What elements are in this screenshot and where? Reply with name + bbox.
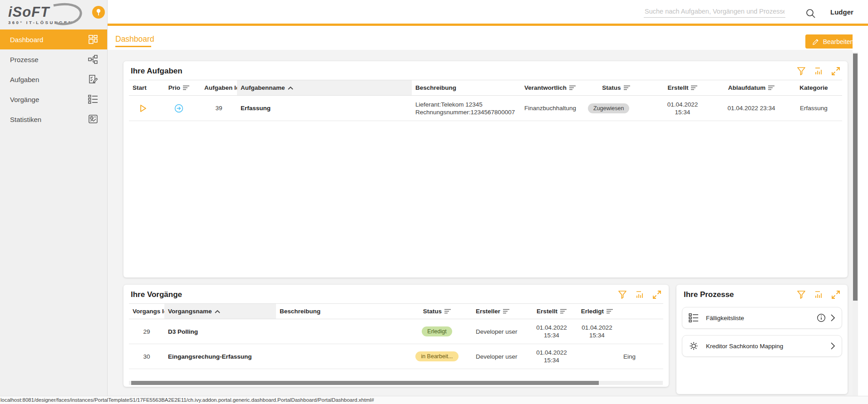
tasks-widget: Ihre Aufgaben Start Prio Aufgaben Id Auf… [123,61,848,277]
sidebar-item-vorgaenge[interactable]: Vorgänge [0,89,107,109]
case-created: 01.04.202215:34 [529,349,574,364]
col-ersteller[interactable]: Ersteller [472,308,529,315]
col-verantwortlich[interactable]: Verantwortlich [521,84,584,91]
sidebar-item-label: Dashboard [10,36,43,44]
processes-widget-title: Ihre Prozesse [684,290,734,299]
case-finished: 01.04.202215:34 [574,324,620,339]
sort-icon[interactable] [691,85,697,90]
filter-icon[interactable] [797,290,806,299]
col-prio[interactable]: Prio [157,84,201,91]
sidebar-item-statistiken[interactable]: Statistiken [0,109,107,129]
task-name: Erfassung [237,105,412,112]
sort-icon[interactable] [569,85,576,90]
case-creator: Developer user [472,353,529,360]
chart-icon[interactable] [635,290,644,299]
sidebar-nav: Dashboard Prozesse Aufgaben Vorgänge Sta… [0,29,107,129]
case-created: 01.04.202215:34 [529,324,574,339]
col-beschreibung: Beschreibung [412,84,521,91]
sort-icon[interactable] [768,85,774,90]
case-row[interactable]: 29 D3 Polling Erledigt Developer user 01… [129,319,663,344]
task-category: Erfassung [785,105,842,112]
case-status-badge: in Bearbeit... [402,351,472,361]
info-icon[interactable] [817,313,826,322]
col-status[interactable]: Status [584,84,648,91]
col-erledigt[interactable]: Erledigt [574,308,620,315]
chart-icon[interactable] [814,290,823,299]
col-vorgangs-id[interactable]: Vorgangs Id [129,308,164,315]
sidebar-item-aufgaben[interactable]: Aufgaben [0,69,107,89]
chart-icon[interactable] [814,67,823,76]
case-list-icon [88,94,98,104]
case-id: 29 [129,328,164,335]
expand-icon[interactable] [831,290,840,299]
horizontal-scrollbar-thumb[interactable] [131,381,599,385]
case-truncated-cell: Eing [620,353,656,360]
horizontal-scrollbar[interactable] [129,381,663,385]
col-aufgabenname[interactable]: Aufgabenname [237,80,412,95]
col-erstellt[interactable]: Erstellt [529,308,574,315]
process-list: Fälligkeitsliste Kreditor Sachkonto Mapp… [676,303,848,367]
col-ablaufdatum[interactable]: Ablaufdatum [717,84,785,91]
task-status-badge: Zugewiesen [584,103,648,113]
sidebar-item-dashboard[interactable]: Dashboard [0,29,107,49]
process-item-faelligkeitsliste[interactable]: Fälligkeitsliste [682,307,842,329]
sort-icon[interactable] [183,85,189,90]
task-id: 39 [201,105,237,112]
pin-sidebar-button[interactable] [92,6,105,19]
vertical-scrollbar-thumb[interactable] [853,54,858,301]
pencil-icon [812,38,819,45]
search-input[interactable] [644,6,785,18]
tab-dashboard[interactable]: Dashboard [115,34,154,44]
task-created: 01.04.202215:34 [648,101,717,116]
task-description: Lieferant:Telekom 12345Rechnungsnummer:1… [412,101,521,116]
sidebar: iSoFT 360° IT-LÖSUNGEN Dashboard Prozess… [0,0,108,396]
edit-dashboard-label: Bearbeiten [823,38,854,45]
process-item-label: Fälligkeitsliste [706,315,817,321]
case-row[interactable]: 30 Eingangsrechung-Erfassung in Bearbeit… [129,344,663,369]
col-status[interactable]: Status [402,308,472,315]
sort-icon[interactable] [560,309,567,314]
priority-normal-icon [157,104,201,113]
global-search [644,6,785,18]
tab-active-underline [115,46,151,47]
col-erstellt[interactable]: Erstellt [648,84,717,91]
process-item-kreditor-sachkonto-mapping[interactable]: Kreditor Sachkonto Mapping [682,335,842,357]
chevron-right-icon[interactable] [830,314,835,322]
vertical-scrollbar[interactable] [853,52,858,396]
sidebar-item-label: Statistiken [10,116,41,123]
task-responsible: Finanzbuchhaltung [521,105,584,112]
chevron-right-icon[interactable] [830,342,835,350]
filter-icon[interactable] [618,290,627,299]
edit-dashboard-button[interactable]: Bearbeiten [805,34,860,49]
user-menu[interactable]: Ludger [830,8,853,16]
expand-icon[interactable] [831,67,840,76]
case-status-badge: Erledigt [402,326,472,336]
search-icon[interactable] [805,8,816,19]
col-aufgaben-id[interactable]: Aufgaben Id [201,84,237,91]
start-task-icon[interactable] [129,104,157,113]
col-vorgangsname[interactable]: Vorgangsname [164,304,276,319]
statistics-icon [88,114,98,124]
sort-icon[interactable] [444,309,451,314]
sort-icon[interactable] [503,309,509,314]
sidebar-item-label: Prozesse [10,56,39,63]
cases-table: Vorgangs Id Vorgangsname Beschreibung St… [129,303,663,369]
process-item-label: Kreditor Sachkonto Mapping [706,343,830,350]
sidebar-item-label: Aufgaben [10,76,39,83]
top-bar: Ludger [0,0,868,24]
process-tree-icon [88,54,98,64]
sort-icon[interactable] [624,85,630,90]
case-id: 30 [129,353,164,360]
dashboard-icon [88,34,98,44]
filter-icon[interactable] [797,67,806,76]
sort-icon[interactable] [607,309,613,314]
sorted-asc-icon[interactable] [288,86,293,90]
sorted-asc-icon[interactable] [215,309,220,314]
logo-swoosh [49,3,84,28]
tasks-table: Start Prio Aufgaben Id Aufgabenname Besc… [129,80,842,121]
col-kategorie: Kategorie [785,84,842,91]
cases-widget: Ihre Vorgänge Vorgangs Id Vorgangsname B… [123,285,669,387]
expand-icon[interactable] [652,290,661,299]
sidebar-item-prozesse[interactable]: Prozesse [0,49,107,69]
task-row[interactable]: 39 Erfassung Lieferant:Telekom 12345Rech… [129,96,842,121]
